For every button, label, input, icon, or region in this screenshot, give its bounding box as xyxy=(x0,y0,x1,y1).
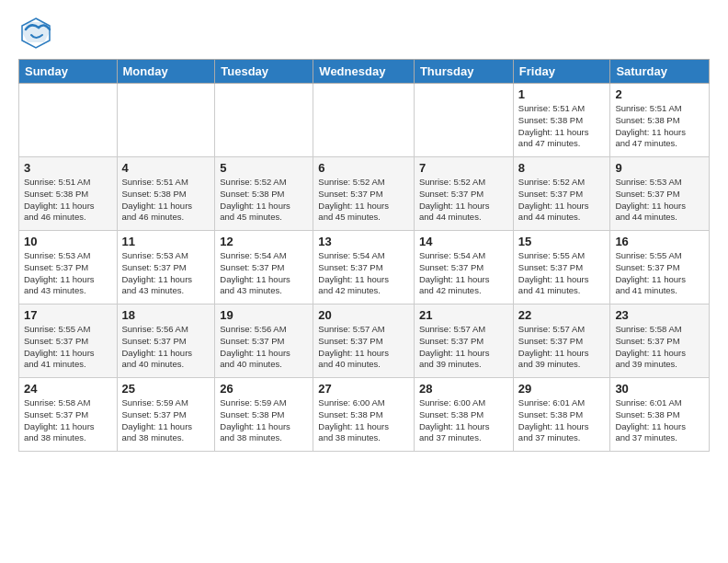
day-info: Sunrise: 5:59 AM Sunset: 5:38 PM Dayligh… xyxy=(220,397,308,444)
day-info: Sunrise: 5:58 AM Sunset: 5:37 PM Dayligh… xyxy=(24,397,112,444)
calendar-week-3: 10Sunrise: 5:53 AM Sunset: 5:37 PM Dayli… xyxy=(19,231,710,304)
day-info: Sunrise: 5:54 AM Sunset: 5:37 PM Dayligh… xyxy=(318,250,409,297)
calendar-cell: 24Sunrise: 5:58 AM Sunset: 5:37 PM Dayli… xyxy=(19,378,118,452)
calendar-cell: 17Sunrise: 5:55 AM Sunset: 5:37 PM Dayli… xyxy=(19,304,118,378)
day-number: 10 xyxy=(24,235,112,248)
weekday-header-friday: Friday xyxy=(513,60,610,84)
calendar-cell: 13Sunrise: 5:54 AM Sunset: 5:37 PM Dayli… xyxy=(313,231,415,304)
day-number: 24 xyxy=(24,382,112,396)
calendar-cell: 9Sunrise: 5:53 AM Sunset: 5:37 PM Daylig… xyxy=(610,157,710,231)
day-number: 23 xyxy=(615,308,704,322)
day-info: Sunrise: 5:51 AM Sunset: 5:38 PM Dayligh… xyxy=(518,103,606,150)
day-number: 21 xyxy=(419,308,508,322)
day-number: 17 xyxy=(24,308,112,322)
day-info: Sunrise: 5:51 AM Sunset: 5:38 PM Dayligh… xyxy=(24,177,112,224)
calendar-cell: 20Sunrise: 5:57 AM Sunset: 5:37 PM Dayli… xyxy=(313,304,415,378)
day-info: Sunrise: 5:56 AM Sunset: 5:37 PM Dayligh… xyxy=(122,324,210,371)
calendar-cell: 23Sunrise: 5:58 AM Sunset: 5:37 PM Dayli… xyxy=(610,304,710,378)
day-info: Sunrise: 5:55 AM Sunset: 5:37 PM Dayligh… xyxy=(518,250,606,297)
day-number: 2 xyxy=(615,87,704,101)
day-info: Sunrise: 5:59 AM Sunset: 5:37 PM Dayligh… xyxy=(122,397,210,444)
header-row xyxy=(18,15,710,50)
calendar-week-4: 17Sunrise: 5:55 AM Sunset: 5:37 PM Dayli… xyxy=(19,304,710,378)
logo xyxy=(18,15,55,50)
day-number: 6 xyxy=(318,161,409,175)
day-info: Sunrise: 5:51 AM Sunset: 5:38 PM Dayligh… xyxy=(122,177,210,224)
calendar-cell: 2Sunrise: 5:51 AM Sunset: 5:38 PM Daylig… xyxy=(610,84,710,157)
day-number: 18 xyxy=(122,308,210,322)
calendar-cell xyxy=(313,84,415,157)
day-number: 28 xyxy=(419,382,508,396)
day-number: 7 xyxy=(419,161,508,175)
day-number: 26 xyxy=(220,382,308,396)
calendar-cell: 25Sunrise: 5:59 AM Sunset: 5:37 PM Dayli… xyxy=(117,378,215,452)
calendar-cell: 5Sunrise: 5:52 AM Sunset: 5:38 PM Daylig… xyxy=(215,157,313,231)
calendar-cell xyxy=(215,84,313,157)
day-info: Sunrise: 5:53 AM Sunset: 5:37 PM Dayligh… xyxy=(122,250,210,297)
calendar-cell: 10Sunrise: 5:53 AM Sunset: 5:37 PM Dayli… xyxy=(19,231,118,304)
calendar-cell: 28Sunrise: 6:00 AM Sunset: 5:38 PM Dayli… xyxy=(414,378,513,452)
calendar-cell: 27Sunrise: 6:00 AM Sunset: 5:38 PM Dayli… xyxy=(313,378,415,452)
day-info: Sunrise: 6:00 AM Sunset: 5:38 PM Dayligh… xyxy=(318,397,409,444)
day-info: Sunrise: 5:55 AM Sunset: 5:37 PM Dayligh… xyxy=(615,250,704,297)
calendar-cell: 7Sunrise: 5:52 AM Sunset: 5:37 PM Daylig… xyxy=(414,157,513,231)
day-number: 25 xyxy=(122,382,210,396)
day-number: 4 xyxy=(122,161,210,175)
page-container: SundayMondayTuesdayWednesdayThursdayFrid… xyxy=(0,0,728,461)
calendar-cell: 18Sunrise: 5:56 AM Sunset: 5:37 PM Dayli… xyxy=(117,304,215,378)
day-info: Sunrise: 5:52 AM Sunset: 5:37 PM Dayligh… xyxy=(318,177,409,224)
day-info: Sunrise: 5:51 AM Sunset: 5:38 PM Dayligh… xyxy=(615,103,704,150)
day-number: 5 xyxy=(220,161,308,175)
day-info: Sunrise: 5:56 AM Sunset: 5:37 PM Dayligh… xyxy=(220,324,308,371)
day-number: 8 xyxy=(518,161,606,175)
calendar-week-2: 3Sunrise: 5:51 AM Sunset: 5:38 PM Daylig… xyxy=(19,157,710,231)
calendar-cell: 6Sunrise: 5:52 AM Sunset: 5:37 PM Daylig… xyxy=(313,157,415,231)
day-number: 9 xyxy=(615,161,704,175)
calendar-cell: 14Sunrise: 5:54 AM Sunset: 5:37 PM Dayli… xyxy=(414,231,513,304)
day-info: Sunrise: 5:52 AM Sunset: 5:38 PM Dayligh… xyxy=(220,177,308,224)
calendar-cell: 12Sunrise: 5:54 AM Sunset: 5:37 PM Dayli… xyxy=(215,231,313,304)
day-info: Sunrise: 5:54 AM Sunset: 5:37 PM Dayligh… xyxy=(220,250,308,297)
day-number: 16 xyxy=(615,235,704,248)
day-number: 19 xyxy=(220,308,308,322)
day-info: Sunrise: 5:57 AM Sunset: 5:37 PM Dayligh… xyxy=(518,324,606,371)
day-info: Sunrise: 6:01 AM Sunset: 5:38 PM Dayligh… xyxy=(615,397,704,444)
weekday-header-sunday: Sunday xyxy=(19,60,118,84)
day-info: Sunrise: 6:00 AM Sunset: 5:38 PM Dayligh… xyxy=(419,397,508,444)
calendar-cell: 4Sunrise: 5:51 AM Sunset: 5:38 PM Daylig… xyxy=(117,157,215,231)
calendar-week-1: 1Sunrise: 5:51 AM Sunset: 5:38 PM Daylig… xyxy=(19,84,710,157)
calendar-cell: 15Sunrise: 5:55 AM Sunset: 5:37 PM Dayli… xyxy=(513,231,610,304)
weekday-header-saturday: Saturday xyxy=(610,60,710,84)
calendar-cell xyxy=(19,84,118,157)
day-info: Sunrise: 5:58 AM Sunset: 5:37 PM Dayligh… xyxy=(615,324,704,371)
day-number: 11 xyxy=(122,235,210,248)
day-info: Sunrise: 5:54 AM Sunset: 5:37 PM Dayligh… xyxy=(419,250,508,297)
day-number: 1 xyxy=(518,87,606,101)
calendar-cell: 26Sunrise: 5:59 AM Sunset: 5:38 PM Dayli… xyxy=(215,378,313,452)
day-info: Sunrise: 5:52 AM Sunset: 5:37 PM Dayligh… xyxy=(419,177,508,224)
calendar-table: SundayMondayTuesdayWednesdayThursdayFrid… xyxy=(18,59,710,452)
calendar-cell: 8Sunrise: 5:52 AM Sunset: 5:37 PM Daylig… xyxy=(513,157,610,231)
day-info: Sunrise: 5:55 AM Sunset: 5:37 PM Dayligh… xyxy=(24,324,112,371)
day-info: Sunrise: 5:53 AM Sunset: 5:37 PM Dayligh… xyxy=(615,177,704,224)
calendar-cell: 30Sunrise: 6:01 AM Sunset: 5:38 PM Dayli… xyxy=(610,378,710,452)
day-number: 27 xyxy=(318,382,409,396)
day-number: 3 xyxy=(24,161,112,175)
calendar-cell: 11Sunrise: 5:53 AM Sunset: 5:37 PM Dayli… xyxy=(117,231,215,304)
day-number: 14 xyxy=(419,235,508,248)
day-info: Sunrise: 5:57 AM Sunset: 5:37 PM Dayligh… xyxy=(419,324,508,371)
calendar-cell xyxy=(117,84,215,157)
day-number: 13 xyxy=(318,235,409,248)
calendar-cell: 3Sunrise: 5:51 AM Sunset: 5:38 PM Daylig… xyxy=(19,157,118,231)
calendar-cell: 1Sunrise: 5:51 AM Sunset: 5:38 PM Daylig… xyxy=(513,84,610,157)
day-number: 22 xyxy=(518,308,606,322)
weekday-header-tuesday: Tuesday xyxy=(215,60,313,84)
calendar-week-5: 24Sunrise: 5:58 AM Sunset: 5:37 PM Dayli… xyxy=(19,378,710,452)
day-info: Sunrise: 6:01 AM Sunset: 5:38 PM Dayligh… xyxy=(518,397,606,444)
day-number: 29 xyxy=(518,382,606,396)
calendar-cell: 16Sunrise: 5:55 AM Sunset: 5:37 PM Dayli… xyxy=(610,231,710,304)
day-number: 20 xyxy=(318,308,409,322)
day-number: 15 xyxy=(518,235,606,248)
logo-icon xyxy=(18,15,53,50)
calendar-cell xyxy=(414,84,513,157)
